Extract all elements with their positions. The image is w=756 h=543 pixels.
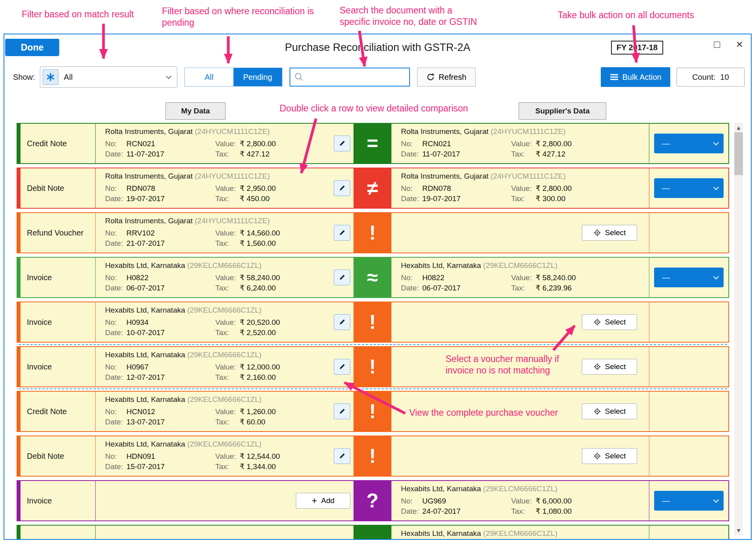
action-dropdown[interactable]: — [654, 491, 724, 511]
table-row[interactable]: Invoice Hexabits Ltd, Karnataka (29KELCM… [17, 257, 729, 298]
annotation-double-click: Double click a row to view detailed comp… [280, 103, 468, 114]
bulk-action-button[interactable]: Bulk Action [601, 67, 670, 87]
doc-tax: ₹ 1,080.00 [536, 506, 627, 517]
doc-type-label: Invoice [21, 258, 96, 297]
action-cell: — [649, 258, 728, 297]
action-dropdown[interactable]: — [654, 268, 724, 287]
search-input[interactable] [307, 68, 409, 86]
view-voucher-button[interactable] [334, 359, 350, 375]
chevron-down-icon [166, 73, 171, 79]
table-row[interactable]: Debit Note Hexabits Ltd, Karnataka (29KE… [17, 436, 729, 477]
close-button[interactable]: × [736, 38, 743, 50]
table-row[interactable]: Credit Note Rolta Instruments, Gujarat (… [17, 123, 729, 164]
company-name: Rolta Instruments, Gujarat [105, 127, 193, 136]
select-voucher-button[interactable]: Select [582, 314, 637, 330]
tab-my-data[interactable]: My Data [165, 102, 226, 120]
scrollbar[interactable]: ▲ ▼ [734, 123, 743, 535]
no-label: No: [401, 496, 422, 506]
no-label: No: [105, 407, 126, 417]
table-row[interactable]: Invoice Hexabits Ltd, Karnataka (29KELCM… [17, 346, 729, 387]
search-box [290, 68, 410, 87]
doc-tax: ₹ 450.00 [240, 194, 331, 204]
doc-no: RCN021 [422, 139, 511, 149]
tab-suppliers-data[interactable]: Supplier's Data [519, 102, 606, 120]
doc-no: RDN078 [126, 183, 215, 194]
select-label: Select [605, 318, 626, 326]
gstin: (29KELCM6666C1ZL) [483, 261, 557, 270]
doc-value: ₹ 58,240.00 [240, 273, 331, 283]
annotation-view-voucher: View the complete purchase voucher [409, 407, 558, 419]
match-status-icon: ! [354, 213, 391, 253]
pencil-icon [338, 273, 346, 281]
target-icon [593, 363, 601, 371]
scroll-down-button[interactable]: ▼ [734, 526, 743, 535]
gstin: (29KELCM6666C1ZL) [483, 529, 557, 537]
supplier-data-cell: Rolta Instruments, Gujarat (24HYUCM1111C… [391, 168, 649, 208]
action-cell: — [649, 526, 728, 539]
doc-tax: ₹ 2,520.00 [240, 328, 331, 338]
doc-no: RRV102 [126, 228, 215, 238]
select-voucher-button[interactable]: Select [582, 359, 637, 375]
show-filter-dropdown[interactable]: All [40, 66, 177, 88]
company-name: Rolta Instruments, Gujarat [105, 172, 193, 180]
view-voucher-button[interactable] [334, 136, 350, 151]
doc-type-label: Credit Note [21, 124, 96, 163]
doc-value: ₹ 2,800.00 [536, 183, 627, 194]
action-cell: — [649, 124, 728, 163]
action-dropdown[interactable]: — [654, 178, 724, 198]
done-button[interactable]: Done [5, 39, 59, 56]
select-voucher-button[interactable]: Select [582, 448, 637, 464]
dropdown-value: — [662, 139, 670, 148]
table-row[interactable]: No: Value: Date: Tax: + Add [17, 525, 729, 539]
table-row[interactable]: Debit Note Rolta Instruments, Gujarat (2… [17, 168, 729, 209]
view-voucher-button[interactable] [334, 180, 350, 196]
filter-all-button[interactable]: All [185, 68, 233, 86]
doc-date: 13-07-2017 [126, 417, 215, 427]
view-voucher-button[interactable] [334, 403, 350, 419]
add-voucher-button[interactable]: + Add [296, 493, 350, 509]
annotation-bulk-action: Take bulk action on all documents [558, 9, 694, 21]
refresh-button[interactable]: Refresh [417, 68, 476, 87]
select-voucher-button[interactable]: Select [582, 403, 637, 419]
table-row[interactable]: Invoice No: Value: Date: Tax: [17, 480, 729, 521]
view-voucher-button[interactable] [334, 448, 350, 464]
value-label: Value: [215, 139, 240, 149]
doc-tax: ₹ 427.12 [240, 149, 331, 159]
view-voucher-button[interactable] [334, 270, 350, 285]
chevron-down-icon [713, 273, 719, 279]
table-row[interactable]: Invoice Hexabits Ltd, Karnataka (29KELCM… [17, 302, 729, 343]
date-label: Date: [105, 283, 126, 293]
company-name: Rolta Instruments, Gujarat [105, 217, 193, 225]
scroll-thumb[interactable] [734, 132, 743, 175]
gstin: (29KELCM6666C1ZL) [187, 261, 261, 270]
doc-value: ₹ 20,520.00 [240, 317, 331, 328]
tax-label: Tax: [215, 328, 240, 338]
action-dropdown[interactable]: — [654, 134, 724, 153]
company-name: Hexabits Ltd, Karnataka [105, 395, 185, 403]
match-status-icon: ! [354, 392, 391, 431]
view-voucher-button[interactable] [334, 225, 350, 241]
doc-value: ₹ 2,950.00 [240, 183, 331, 194]
doc-value: ₹ 1,260.00 [240, 407, 331, 417]
table-row[interactable]: Credit Note Hexabits Ltd, Karnataka (29K… [17, 391, 729, 432]
scroll-up-button[interactable]: ▲ [734, 123, 743, 132]
my-data-cell: No: Value: Date: Tax: + Add [96, 526, 354, 539]
fy-badge: FY 2017-18 [611, 41, 663, 55]
pencil-icon [338, 407, 346, 415]
date-label: Date: [401, 149, 422, 159]
annotation-filter-match: Filter based on match result [22, 9, 134, 20]
filter-pending-button[interactable]: Pending [233, 68, 282, 86]
supplier-data-cell: Rolta Instruments, Gujarat (24HYUCM1111C… [391, 124, 649, 163]
doc-no: H0822 [126, 273, 215, 283]
view-voucher-button[interactable] [334, 314, 350, 330]
no-label: No: [401, 139, 422, 149]
match-status-icon: ? [354, 481, 391, 520]
date-label: Date: [105, 462, 126, 472]
value-label: Value: [215, 407, 240, 417]
gstin: (29KELCM6666C1ZL) [187, 440, 261, 448]
no-label: No: [105, 183, 126, 194]
target-icon [593, 452, 601, 460]
maximize-button[interactable]: □ [714, 39, 720, 49]
select-voucher-button[interactable]: Select [582, 225, 637, 241]
table-row[interactable]: Refund Voucher Rolta Instruments, Gujara… [17, 212, 729, 253]
